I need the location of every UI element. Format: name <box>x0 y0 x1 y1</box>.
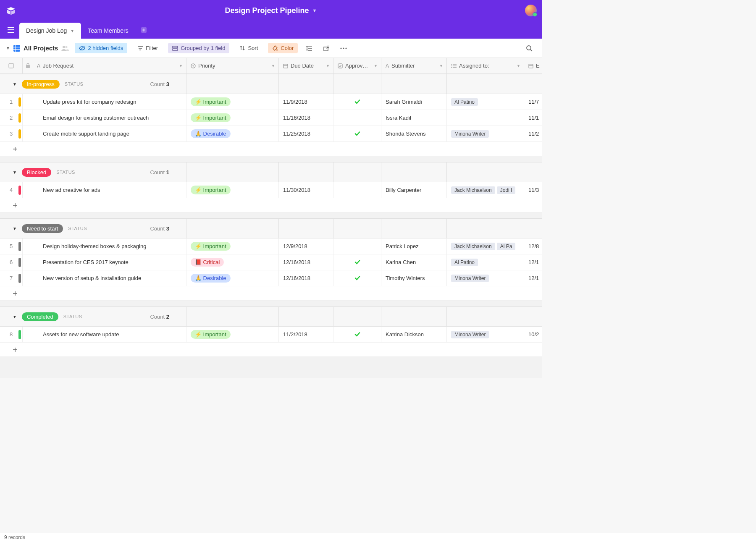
cell-due-date[interactable]: 11/25/2018 <box>279 126 333 141</box>
cell-due-date[interactable]: 11/30/2018 <box>279 182 333 198</box>
cell-approved[interactable] <box>333 327 381 342</box>
filter-button[interactable]: Filter <box>133 43 162 53</box>
cell-priority[interactable]: ⚡ Important <box>186 110 279 126</box>
color-button[interactable]: Color <box>268 43 298 53</box>
add-row-button[interactable] <box>0 142 542 156</box>
cell-priority[interactable]: ⚡ Important <box>186 182 279 198</box>
assignee-chip[interactable]: Jack Michaelson <box>451 243 495 250</box>
view-name[interactable]: All Projects <box>24 45 58 52</box>
cell-assigned[interactable]: Minona Writer <box>447 126 524 141</box>
row-number[interactable]: 7 <box>0 270 23 286</box>
sort-button[interactable]: Sort <box>235 43 262 53</box>
cell-submitter[interactable]: Billy Carpenter <box>381 182 447 198</box>
search-button[interactable] <box>522 42 536 55</box>
chevron-down-icon[interactable]: ▼ <box>439 64 443 68</box>
cell-priority[interactable]: ⚡ Important <box>186 94 279 110</box>
more-options-button[interactable] <box>338 45 349 52</box>
cell-job-request[interactable]: New ad creative for ads <box>23 182 186 198</box>
column-priority[interactable]: Priority ▼ <box>186 58 279 73</box>
add-row-button[interactable] <box>0 343 542 357</box>
table-row[interactable]: 6Presentation for CES 2017 keynote📕 Crit… <box>0 254 542 270</box>
cell-est[interactable]: 10/2 <box>524 327 542 342</box>
add-row-button[interactable] <box>0 198 542 212</box>
collapse-icon[interactable]: ▼ <box>13 170 17 175</box>
cell-est[interactable]: 11/1 <box>524 110 542 126</box>
column-est[interactable]: E <box>524 58 542 73</box>
assignee-chip[interactable]: Jack Michaelson <box>451 186 495 194</box>
cell-est[interactable]: 11/7 <box>524 94 542 110</box>
table-row[interactable]: 1Update press kit for company redesign⚡ … <box>0 94 542 110</box>
cell-job-request[interactable]: Update press kit for company redesign <box>23 94 186 110</box>
add-table-button[interactable] <box>135 27 152 33</box>
cell-due-date[interactable]: 12/16/2018 <box>279 270 333 286</box>
cell-approved[interactable] <box>333 110 381 126</box>
chevron-down-icon[interactable]: ▼ <box>517 64 520 68</box>
cell-due-date[interactable]: 11/16/2018 <box>279 110 333 126</box>
add-row-button[interactable] <box>0 286 542 301</box>
collaborators-icon[interactable] <box>61 45 69 51</box>
row-number[interactable]: 6 <box>0 254 23 270</box>
cell-approved[interactable] <box>333 126 381 141</box>
cell-approved[interactable] <box>333 238 381 254</box>
cell-est[interactable]: 11/3 <box>524 182 542 198</box>
cell-assigned[interactable]: Minona Writer <box>447 327 524 342</box>
row-number[interactable]: 2 <box>0 110 23 126</box>
column-assigned[interactable]: Assigned to: ▼ <box>447 58 524 73</box>
cell-job-request[interactable]: Presentation for CES 2017 keynote <box>23 254 186 270</box>
assignee-chip[interactable]: Al Patino <box>451 98 478 106</box>
cell-est[interactable]: 11/2 <box>524 126 542 141</box>
cell-job-request[interactable]: Create mobile support landing page <box>23 126 186 141</box>
column-job-request[interactable]: A Job Request ▼ <box>33 58 186 73</box>
row-height-button[interactable] <box>304 43 315 54</box>
hidden-fields-button[interactable]: 2 hidden fields <box>75 43 127 53</box>
group-button[interactable]: Grouped by 1 field <box>168 43 229 53</box>
row-number[interactable]: 1 <box>0 94 23 110</box>
cell-submitter[interactable]: Patrick Lopez <box>381 238 447 254</box>
share-view-button[interactable] <box>321 43 332 54</box>
cell-assigned[interactable]: Jack MichaelsonAl Pa <box>447 238 524 254</box>
cell-assigned[interactable]: Al Patino <box>447 254 524 270</box>
group-header[interactable]: ▼Need to startSTATUSCount 3 <box>0 218 542 238</box>
cell-job-request[interactable]: Email design for existing customer outre… <box>23 110 186 126</box>
chevron-down-icon[interactable]: ▼ <box>271 64 275 68</box>
cell-assigned[interactable]: Al Patino <box>447 94 524 110</box>
assignee-chip[interactable]: Al Pa <box>497 243 516 250</box>
cell-assigned[interactable]: Jack MichaelsonJodi I <box>447 182 524 198</box>
cell-assigned[interactable]: Minona Writer <box>447 270 524 286</box>
sidebar-toggle-icon[interactable] <box>5 23 19 37</box>
group-header[interactable]: ▼CompletedSTATUSCount 2 <box>0 306 542 327</box>
cell-due-date[interactable]: 12/16/2018 <box>279 254 333 270</box>
group-header[interactable]: ▼BlockedSTATUSCount 1 <box>0 162 542 182</box>
assignee-chip[interactable]: Al Patino <box>451 259 478 266</box>
cell-priority[interactable]: ⚡ Important <box>186 238 279 254</box>
chevron-down-icon[interactable]: ▼ <box>326 64 330 68</box>
assignee-chip[interactable]: Minona Writer <box>451 331 489 338</box>
cell-approved[interactable] <box>333 182 381 198</box>
assignee-chip[interactable]: Minona Writer <box>451 130 489 138</box>
table-row[interactable]: 5Design holiday-themed boxes & packaging… <box>0 238 542 254</box>
table-row[interactable]: 4New ad creative for ads⚡ Important11/30… <box>0 182 542 198</box>
cell-submitter[interactable]: Issra Kadif <box>381 110 447 126</box>
cell-assigned[interactable] <box>447 110 524 126</box>
cell-priority[interactable]: 🙏 Desirable <box>186 270 279 286</box>
cell-submitter[interactable]: Katrina Dickson <box>381 327 447 342</box>
chevron-down-icon[interactable]: ▼ <box>179 64 183 68</box>
cell-priority[interactable]: 📕 Critical <box>186 254 279 270</box>
column-due-date[interactable]: Due Date ▼ <box>279 58 333 73</box>
tab-team-members[interactable]: Team Members <box>81 23 135 39</box>
cell-submitter[interactable]: Shonda Stevens <box>381 126 447 141</box>
group-header[interactable]: ▼In-progressSTATUSCount 3 <box>0 74 542 94</box>
row-number[interactable]: 4 <box>0 182 23 198</box>
cell-est[interactable]: 12/8 <box>524 238 542 254</box>
workspace-title[interactable]: Design Project Pipeline ▼ <box>225 6 317 15</box>
assignee-chip[interactable]: Jodi I <box>497 186 516 194</box>
cell-approved[interactable] <box>333 270 381 286</box>
cell-job-request[interactable]: Design holiday-themed boxes & packaging <box>23 238 186 254</box>
cell-priority[interactable]: 🙏 Desirable <box>186 126 279 141</box>
cell-submitter[interactable]: Karina Chen <box>381 254 447 270</box>
avatar[interactable] <box>525 5 537 16</box>
table-row[interactable]: 7New version of setup & installation gui… <box>0 270 542 286</box>
cell-due-date[interactable]: 11/2/2018 <box>279 327 333 342</box>
column-approved[interactable]: Approv… ▼ <box>333 58 381 73</box>
row-number[interactable]: 8 <box>0 327 23 342</box>
